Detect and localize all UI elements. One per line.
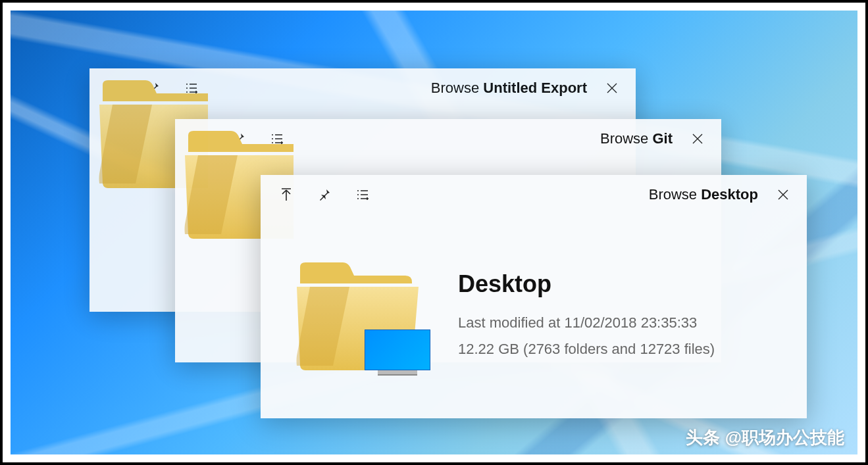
close-button[interactable]: [592, 72, 632, 105]
close-icon: [606, 82, 618, 94]
up-button[interactable]: [267, 178, 305, 211]
window-title: Browse Untitled Export: [431, 80, 592, 97]
list-button[interactable]: [344, 178, 382, 211]
monitor-icon: [365, 330, 430, 377]
folder-stats: 12.22 GB (2763 folders and 12723 files): [458, 336, 780, 362]
desktop-wallpaper: Browse Untitled Export: [11, 11, 857, 454]
close-icon: [692, 133, 703, 145]
folder-modified: Last modified at 11/02/2018 23:35:33: [458, 310, 780, 336]
titlebar: Browse Desktop: [261, 175, 807, 214]
window-content: Desktop Last modified at 11/02/2018 23:3…: [261, 214, 807, 418]
arrow-up-icon: [280, 188, 292, 201]
folder-title: Desktop: [458, 270, 780, 298]
close-button[interactable]: [763, 178, 803, 211]
watermark-text: 头条 @职场办公技能: [686, 426, 844, 449]
list-icon: [356, 189, 369, 200]
window-title: Browse Git: [600, 130, 678, 147]
pin-icon: [318, 188, 331, 201]
pin-button[interactable]: [305, 178, 344, 211]
close-icon: [777, 189, 789, 201]
window-title: Browse Desktop: [649, 186, 763, 203]
desktop-folder-icon: [287, 251, 432, 382]
close-button[interactable]: [678, 122, 717, 155]
folder-info: Desktop Last modified at 11/02/2018 23:3…: [458, 270, 780, 362]
browse-window-desktop[interactable]: Browse Desktop: [261, 175, 807, 418]
